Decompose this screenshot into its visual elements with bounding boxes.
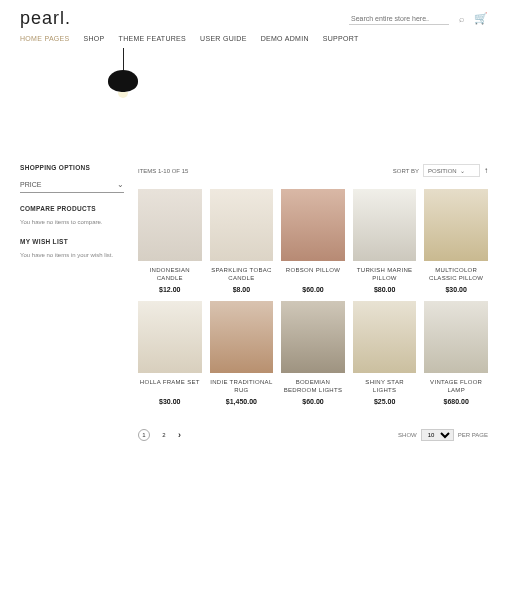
search-icon[interactable]: ⌕ <box>459 14 464 24</box>
nav-demo[interactable]: DEMO ADMIN <box>261 35 309 42</box>
product-image[interactable] <box>353 301 417 373</box>
lamp-decoration <box>108 48 138 98</box>
main-nav: HOME PAGES SHOP THEME FEATURES USER GUID… <box>20 35 488 48</box>
main-content: SHOPPING OPTIONS PRICE ⌄ COMPARE PRODUCT… <box>0 152 508 453</box>
shopping-options-title: SHOPPING OPTIONS <box>20 164 124 171</box>
sort-direction-icon[interactable]: ↑ <box>484 166 488 175</box>
product-card[interactable]: INDONESIAN CANDLE$12.00 <box>138 189 202 293</box>
product-name: MULTICOLOR CLASSIC PILLOW <box>424 267 488 283</box>
product-card[interactable]: BODEMIAN BEDROOM LIGHTS$60.00 <box>281 301 345 405</box>
product-name: TURKISH MARINE PILLOW <box>353 267 417 283</box>
nav-support[interactable]: SUPPORT <box>323 35 359 42</box>
header: pearl. ⌕ 🛒 HOME PAGES SHOP THEME FEATURE… <box>0 0 508 48</box>
product-card[interactable]: VINTAGE FLOOR LAMP$680.00 <box>424 301 488 405</box>
product-name: BODEMIAN BEDROOM LIGHTS <box>281 379 345 395</box>
toolbar: ITEMS 1-10 OF 15 SORT BY POSITION ⌄ ↑ <box>138 164 488 177</box>
product-name: INDONESIAN CANDLE <box>138 267 202 283</box>
next-page-icon[interactable]: › <box>178 430 181 440</box>
search-input[interactable] <box>349 13 449 25</box>
product-card[interactable]: INDIE TRADITIONAL RUG$1,450.00 <box>210 301 274 405</box>
chevron-down-icon: ⌄ <box>117 180 124 189</box>
hero-banner <box>0 48 508 152</box>
per-page-select[interactable]: 10 <box>421 429 454 441</box>
product-price: $8.00 <box>210 286 274 293</box>
item-count: ITEMS 1-10 OF 15 <box>138 168 188 174</box>
product-image[interactable] <box>353 189 417 261</box>
product-name: INDIE TRADITIONAL RUG <box>210 379 274 395</box>
cart-icon[interactable]: 🛒 <box>474 12 488 25</box>
search-wrap: ⌕ 🛒 <box>349 12 488 25</box>
sort-label: SORT BY <box>393 168 419 174</box>
product-name: ROBSON PILLOW <box>281 267 345 283</box>
compare-title: COMPARE PRODUCTS <box>20 205 124 212</box>
product-image[interactable] <box>281 189 345 261</box>
nav-home[interactable]: HOME PAGES <box>20 35 70 42</box>
wishlist-empty: You have no items in your wish list. <box>20 251 124 259</box>
product-image[interactable] <box>424 301 488 373</box>
product-image[interactable] <box>424 189 488 261</box>
per-page: SHOW 10 PER PAGE <box>398 429 488 441</box>
sidebar: SHOPPING OPTIONS PRICE ⌄ COMPARE PRODUCT… <box>20 164 124 441</box>
product-card[interactable]: HOLLA FRAME SET$30.00 <box>138 301 202 405</box>
sort-select[interactable]: POSITION ⌄ <box>423 164 480 177</box>
nav-guide[interactable]: USER GUIDE <box>200 35 247 42</box>
product-price: $30.00 <box>138 398 202 405</box>
bottom-bar: 1 2 › SHOW 10 PER PAGE <box>138 425 488 441</box>
product-card[interactable]: SPARKLING TOBAC CANDLE$8.00 <box>210 189 274 293</box>
product-card[interactable]: MULTICOLOR CLASSIC PILLOW$30.00 <box>424 189 488 293</box>
logo[interactable]: pearl. <box>20 8 71 29</box>
product-image[interactable] <box>281 301 345 373</box>
product-name: VINTAGE FLOOR LAMP <box>424 379 488 395</box>
per-page-suffix: PER PAGE <box>458 432 488 438</box>
product-price: $680.00 <box>424 398 488 405</box>
price-label: PRICE <box>20 181 41 188</box>
product-price: $80.00 <box>353 286 417 293</box>
wishlist-title: MY WISH LIST <box>20 238 124 245</box>
product-card[interactable]: ROBSON PILLOW$60.00 <box>281 189 345 293</box>
product-image[interactable] <box>210 301 274 373</box>
product-price: $60.00 <box>281 286 345 293</box>
product-name: SHINY STAR LIGHTS <box>353 379 417 395</box>
product-price: $1,450.00 <box>210 398 274 405</box>
product-image[interactable] <box>138 301 202 373</box>
product-price: $25.00 <box>353 398 417 405</box>
topbar: pearl. ⌕ 🛒 <box>20 8 488 29</box>
product-price: $12.00 <box>138 286 202 293</box>
page-2[interactable]: 2 <box>158 429 170 441</box>
product-name: SPARKLING TOBAC CANDLE <box>210 267 274 283</box>
nav-shop[interactable]: SHOP <box>84 35 105 42</box>
price-filter[interactable]: PRICE ⌄ <box>20 177 124 193</box>
product-card[interactable]: SHINY STAR LIGHTS$25.00 <box>353 301 417 405</box>
product-image[interactable] <box>138 189 202 261</box>
product-card[interactable]: TURKISH MARINE PILLOW$80.00 <box>353 189 417 293</box>
compare-empty: You have no items to compare. <box>20 218 124 226</box>
page-1[interactable]: 1 <box>138 429 150 441</box>
product-listing: ITEMS 1-10 OF 15 SORT BY POSITION ⌄ ↑ IN… <box>138 164 488 441</box>
product-price: $60.00 <box>281 398 345 405</box>
product-price: $30.00 <box>424 286 488 293</box>
nav-theme[interactable]: THEME FEATURES <box>119 35 186 42</box>
sort-wrap: SORT BY POSITION ⌄ ↑ <box>393 164 488 177</box>
pagination: 1 2 › <box>138 429 181 441</box>
product-grid: INDONESIAN CANDLE$12.00SPARKLING TOBAC C… <box>138 189 488 405</box>
product-name: HOLLA FRAME SET <box>138 379 202 395</box>
product-image[interactable] <box>210 189 274 261</box>
show-label: SHOW <box>398 432 417 438</box>
